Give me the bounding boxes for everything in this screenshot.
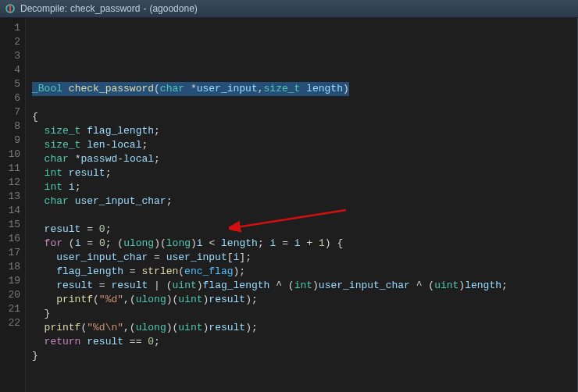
line-number: 19 bbox=[3, 274, 20, 288]
code-line[interactable]: char user_input_char; bbox=[32, 194, 577, 208]
title-func: check_password bbox=[70, 3, 140, 14]
line-number: 2 bbox=[3, 35, 20, 49]
line-number: 22 bbox=[3, 316, 20, 330]
code-line[interactable]: size_t flag_length; bbox=[32, 124, 577, 138]
line-number: 4 bbox=[3, 63, 20, 77]
line-number: 21 bbox=[3, 302, 20, 316]
line-number: 17 bbox=[3, 246, 20, 260]
line-number: 6 bbox=[3, 91, 20, 105]
code-line[interactable]: } bbox=[32, 307, 577, 321]
title-prefix: Decompile: bbox=[20, 3, 67, 14]
code-line[interactable]: for (i = 0; (ulong)(long)i < length; i =… bbox=[32, 237, 577, 251]
line-number: 7 bbox=[3, 105, 20, 119]
code-line[interactable] bbox=[32, 68, 577, 82]
code-line[interactable]: int result; bbox=[32, 166, 577, 180]
code-line[interactable]: size_t len-local; bbox=[32, 138, 577, 152]
title-bar: Decompile: check_password - (agoodone) bbox=[0, 0, 578, 18]
code-line[interactable]: return result == 0; bbox=[32, 335, 577, 349]
line-number: 14 bbox=[3, 204, 20, 218]
code-line[interactable]: { bbox=[32, 110, 577, 124]
code-line[interactable] bbox=[32, 208, 577, 223]
title-project: (agoodone) bbox=[149, 3, 197, 14]
line-number: 13 bbox=[3, 190, 20, 204]
line-number: 9 bbox=[3, 134, 20, 148]
app-icon bbox=[5, 3, 16, 14]
code-line[interactable]: result = 0; bbox=[32, 223, 577, 237]
line-number: 10 bbox=[3, 148, 20, 162]
line-number: 8 bbox=[3, 119, 20, 134]
line-number: 12 bbox=[3, 176, 20, 190]
line-number: 5 bbox=[3, 77, 20, 91]
code-line[interactable] bbox=[32, 96, 577, 110]
line-number: 16 bbox=[3, 232, 20, 246]
line-number: 20 bbox=[3, 288, 20, 302]
line-number: 15 bbox=[3, 218, 20, 232]
code-line[interactable]: _Bool check_password(char *user_input,si… bbox=[32, 82, 577, 96]
title-dash: - bbox=[143, 3, 146, 14]
code-line[interactable]: } bbox=[32, 349, 577, 363]
code-line[interactable]: char *passwd-local; bbox=[32, 152, 577, 166]
line-number: 18 bbox=[3, 260, 20, 274]
code-line[interactable]: result = result | (uint)flag_length ^ (i… bbox=[32, 279, 577, 293]
line-number: 11 bbox=[3, 162, 20, 176]
code-line[interactable] bbox=[32, 363, 577, 377]
line-number: 1 bbox=[3, 21, 20, 35]
line-number: 3 bbox=[3, 49, 20, 63]
code-line[interactable]: printf("%d",(ulong)(uint)result); bbox=[32, 293, 577, 307]
window-title: Decompile: check_password - (agoodone) bbox=[20, 3, 198, 14]
code-line[interactable]: user_input_char = user_input[i]; bbox=[32, 251, 577, 265]
code-line[interactable]: printf("%d\n",(ulong)(uint)result); bbox=[32, 321, 577, 335]
code-line[interactable]: flag_length = strlen(enc_flag); bbox=[32, 265, 577, 279]
code-line[interactable]: int i; bbox=[32, 180, 577, 194]
line-number-gutter: 1 2 3 4 5 6 7 8 9 10 11 12 13 14 15 16 1… bbox=[0, 18, 26, 392]
code-pane[interactable]: _Bool check_password(char *user_input,si… bbox=[26, 18, 577, 392]
editor-area[interactable]: 1 2 3 4 5 6 7 8 9 10 11 12 13 14 15 16 1… bbox=[0, 18, 578, 392]
